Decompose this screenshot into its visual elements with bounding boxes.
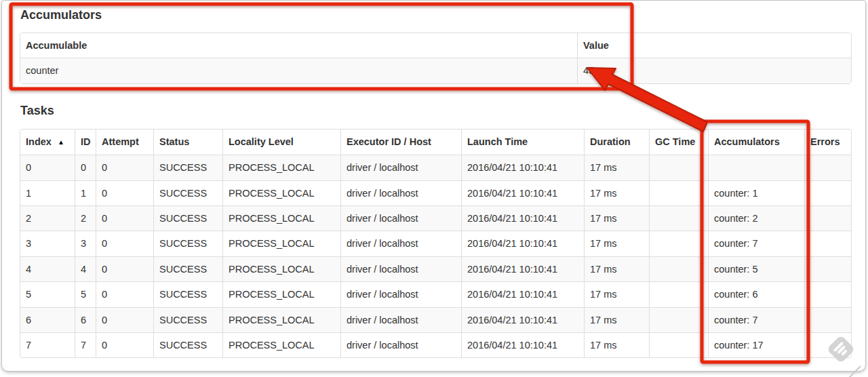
table-cell: 17 ms bbox=[584, 205, 649, 231]
column-header-errors[interactable]: Errors bbox=[804, 130, 851, 155]
table-cell: driver / localhost bbox=[340, 231, 461, 256]
table-cell: 6 bbox=[20, 307, 75, 332]
table-cell bbox=[804, 155, 851, 180]
table-cell: counter: 2 bbox=[708, 205, 804, 231]
table-cell: 0 bbox=[96, 256, 153, 281]
table-cell: 5 bbox=[20, 281, 75, 306]
table-cell: counter: 6 bbox=[708, 281, 804, 306]
table-cell bbox=[649, 180, 708, 205]
table-cell bbox=[649, 205, 708, 231]
table-cell: driver / localhost bbox=[340, 281, 461, 306]
table-cell bbox=[804, 332, 851, 357]
table-row: 660SUCCESSPROCESS_LOCALdriver / localhos… bbox=[20, 307, 851, 332]
table-cell bbox=[804, 231, 851, 256]
table-cell: SUCCESS bbox=[153, 180, 222, 205]
table-cell: 0 bbox=[20, 155, 75, 180]
table-cell: 45 bbox=[577, 58, 851, 83]
table-cell: counter: 7 bbox=[708, 231, 804, 256]
table-row: 440SUCCESSPROCESS_LOCALdriver / localhos… bbox=[20, 256, 851, 281]
table-cell bbox=[649, 256, 708, 281]
table-cell: PROCESS_LOCAL bbox=[222, 307, 340, 332]
table-cell: SUCCESS bbox=[153, 256, 222, 281]
table-row: counter45 bbox=[20, 58, 851, 83]
table-header-row: Accumulable Value bbox=[20, 33, 851, 58]
column-header-status[interactable]: Status bbox=[153, 130, 222, 155]
table-cell: driver / localhost bbox=[340, 155, 461, 180]
table-cell: 2 bbox=[20, 205, 75, 231]
table-cell: 2016/04/21 10:10:41 bbox=[461, 180, 584, 205]
column-header-accumulators[interactable]: Accumulators bbox=[708, 130, 804, 155]
table-cell bbox=[708, 155, 804, 180]
table-cell bbox=[649, 332, 708, 357]
sort-ascending-icon: ▲ bbox=[58, 138, 64, 146]
table-cell: 3 bbox=[75, 231, 96, 256]
table-cell: PROCESS_LOCAL bbox=[222, 281, 340, 306]
table-cell: 17 ms bbox=[584, 231, 649, 256]
table-cell: PROCESS_LOCAL bbox=[222, 256, 340, 281]
table-cell: 3 bbox=[20, 231, 75, 256]
table-cell: 4 bbox=[75, 256, 96, 281]
table-cell: 17 ms bbox=[584, 332, 649, 357]
table-row: 000SUCCESSPROCESS_LOCALdriver / localhos… bbox=[20, 155, 851, 180]
column-header-index[interactable]: Index▲ bbox=[20, 130, 75, 155]
table-header-row: Index▲ ID Attempt Status Locality Level … bbox=[20, 130, 851, 155]
table-row: 770SUCCESSPROCESS_LOCALdriver / localhos… bbox=[20, 332, 851, 357]
table-row: 550SUCCESSPROCESS_LOCALdriver / localhos… bbox=[20, 281, 851, 306]
table-cell: 17 ms bbox=[584, 307, 649, 332]
table-cell: driver / localhost bbox=[340, 256, 461, 281]
table-cell: 5 bbox=[75, 281, 96, 306]
table-cell: 0 bbox=[96, 180, 153, 205]
table-cell: PROCESS_LOCAL bbox=[222, 155, 340, 180]
table-cell: counter: 7 bbox=[708, 307, 804, 332]
table-cell bbox=[804, 180, 851, 205]
column-header-accumulable[interactable]: Accumulable bbox=[20, 33, 577, 58]
table-cell: 2 bbox=[75, 205, 96, 231]
column-header-executor-id-host[interactable]: Executor ID / Host bbox=[340, 130, 461, 155]
table-cell: SUCCESS bbox=[153, 281, 222, 306]
table-cell: 0 bbox=[96, 231, 153, 256]
column-header-value[interactable]: Value bbox=[577, 33, 851, 58]
table-cell bbox=[649, 307, 708, 332]
table-cell bbox=[804, 307, 851, 332]
table-cell: PROCESS_LOCAL bbox=[222, 180, 340, 205]
table-cell: 2016/04/21 10:10:41 bbox=[461, 155, 584, 180]
column-header-label: Index bbox=[26, 136, 52, 147]
table-cell: PROCESS_LOCAL bbox=[222, 332, 340, 357]
table-cell: 0 bbox=[96, 307, 153, 332]
column-header-attempt[interactable]: Attempt bbox=[96, 130, 153, 155]
table-cell bbox=[804, 281, 851, 306]
table-cell: 1 bbox=[75, 180, 96, 205]
table-cell: 2016/04/21 10:10:41 bbox=[461, 256, 584, 281]
column-header-id[interactable]: ID bbox=[75, 130, 96, 155]
table-cell: 0 bbox=[75, 155, 96, 180]
table-cell: 6 bbox=[75, 307, 96, 332]
table-cell: counter: 1 bbox=[708, 180, 804, 205]
table-cell: driver / localhost bbox=[340, 205, 461, 231]
table-cell: 0 bbox=[96, 205, 153, 231]
table-cell: 1 bbox=[20, 180, 75, 205]
table-cell: SUCCESS bbox=[153, 205, 222, 231]
table-cell: 7 bbox=[20, 332, 75, 357]
table-cell: 17 ms bbox=[584, 256, 649, 281]
table-cell: 2016/04/21 10:10:41 bbox=[461, 231, 584, 256]
table-cell: driver / localhost bbox=[340, 307, 461, 332]
column-header-duration[interactable]: Duration bbox=[584, 130, 649, 155]
table-cell: driver / localhost bbox=[340, 332, 461, 357]
table-cell: PROCESS_LOCAL bbox=[222, 205, 340, 231]
accumulators-table: Accumulable Value counter45 bbox=[20, 33, 852, 84]
table-cell: SUCCESS bbox=[153, 307, 222, 332]
table-cell: 17 ms bbox=[584, 155, 649, 180]
tasks-heading: Tasks bbox=[20, 103, 848, 118]
column-header-launch-time[interactable]: Launch Time bbox=[461, 130, 584, 155]
tasks-table: Index▲ ID Attempt Status Locality Level … bbox=[20, 129, 852, 359]
table-cell: 2016/04/21 10:10:41 bbox=[461, 332, 584, 357]
table-cell: PROCESS_LOCAL bbox=[222, 231, 340, 256]
table-cell: 17 ms bbox=[584, 281, 649, 306]
browser-page: Accumulators Accumulable Value counter45… bbox=[1, 0, 866, 372]
column-header-locality-level[interactable]: Locality Level bbox=[222, 130, 340, 155]
table-cell bbox=[649, 281, 708, 306]
table-cell: 7 bbox=[75, 332, 96, 357]
table-row: 220SUCCESSPROCESS_LOCALdriver / localhos… bbox=[20, 205, 851, 231]
column-header-gc-time[interactable]: GC Time bbox=[649, 130, 708, 155]
table-cell bbox=[804, 256, 851, 281]
